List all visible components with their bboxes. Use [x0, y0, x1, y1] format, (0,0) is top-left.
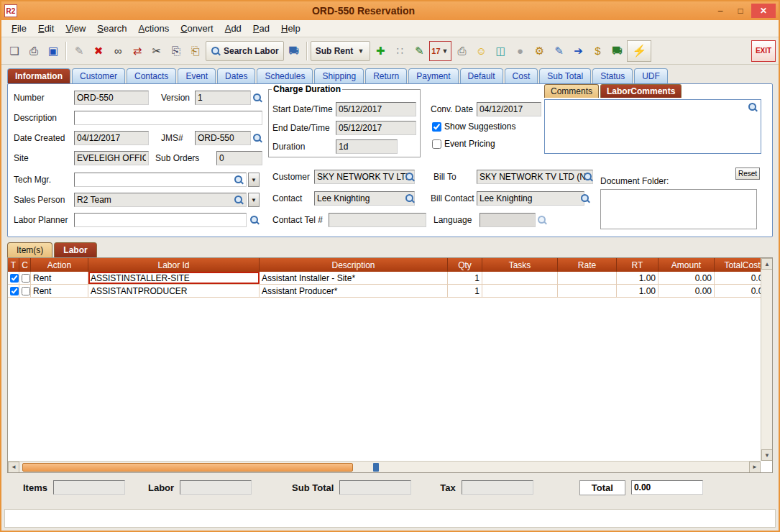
tab-comments[interactable]: Comments [544, 84, 599, 98]
vertical-scrollbar[interactable]: ▲ ▼ [761, 258, 772, 461]
handtruck-icon[interactable]: ⛟ [285, 41, 303, 61]
menu-file[interactable]: File [6, 21, 32, 36]
version-field[interactable] [195, 91, 251, 105]
grid-cell-rt[interactable]: 1.00 [617, 285, 659, 297]
sales-person-search-icon[interactable] [234, 195, 244, 205]
tab-dates[interactable]: Dates [217, 68, 255, 83]
smiley-icon[interactable]: ☺ [472, 41, 490, 61]
document-folder-box[interactable] [600, 189, 757, 229]
grid-column-totalcost[interactable]: TotalCost [715, 258, 761, 272]
tab-sub-total[interactable]: Sub Total [539, 68, 591, 83]
globe-arrow-icon[interactable]: ➔ [569, 41, 587, 61]
jms-search-icon[interactable] [252, 133, 262, 143]
reset-button[interactable]: Reset [735, 168, 760, 180]
grid-cell-c-checkbox[interactable] [19, 285, 31, 297]
tv-icon[interactable]: ◫ [491, 41, 510, 61]
grid-column-c[interactable]: C [19, 258, 31, 272]
print-icon[interactable]: ⎙ [24, 41, 43, 61]
labor-planner-search-icon[interactable] [249, 215, 260, 225]
bill-contact-search-icon[interactable] [580, 193, 590, 203]
grid-column-labor-id[interactable]: Labor Id [88, 258, 260, 272]
save-icon[interactable]: ▣ [44, 41, 63, 61]
t-checkbox[interactable] [10, 274, 19, 283]
tab-cost[interactable]: Cost [505, 68, 538, 83]
t-checkbox[interactable] [10, 287, 19, 295]
switch-icon[interactable]: ⇄ [128, 41, 147, 61]
grid-column-t[interactable]: T [8, 258, 19, 272]
grid-column-rate[interactable]: Rate [558, 258, 617, 272]
grid-cell-total_cost[interactable]: 0.00 [715, 272, 761, 284]
sales-person-field[interactable] [74, 193, 247, 207]
conv-date-field[interactable] [477, 102, 541, 116]
grid-cell-t-checkbox[interactable] [8, 272, 19, 284]
delete-icon[interactable]: ✖ [89, 41, 108, 61]
grid-cell-c-checkbox[interactable] [19, 272, 31, 284]
grid-cell-tasks[interactable] [482, 272, 558, 284]
grid-row[interactable]: RentASSISTINSTALLER-SITEAssistant Instal… [8, 272, 761, 285]
grid-column-amount[interactable]: Amount [659, 258, 715, 272]
search-labor-button[interactable]: Search Labor [206, 41, 284, 61]
tools-wand-button[interactable]: ⚡ [627, 40, 651, 62]
event-pricing-checkbox[interactable]: Event Pricing [432, 139, 495, 149]
grid-column-action[interactable]: Action [31, 258, 88, 272]
menu-edit[interactable]: Edit [32, 21, 60, 36]
scroll-up-icon[interactable]: ▲ [761, 258, 773, 270]
tab-event[interactable]: Event [178, 68, 216, 83]
tab-shipping[interactable]: Shipping [314, 68, 364, 83]
tab-default[interactable]: Default [460, 68, 503, 83]
calendar-icon[interactable]: 17▼ [429, 41, 451, 61]
c-checkbox[interactable] [22, 287, 30, 295]
scroll-down-icon[interactable]: ▼ [761, 449, 773, 461]
maximize-button[interactable]: □ [731, 4, 750, 18]
grid-cell-action[interactable]: Rent [31, 285, 88, 297]
horizontal-scrollbar[interactable]: ◄ ► [8, 461, 761, 472]
menu-view[interactable]: View [60, 21, 91, 36]
security-users-icon[interactable]: ⚙ [530, 41, 549, 61]
grid-column-rt[interactable]: RT [617, 258, 659, 272]
grid-cell-rt[interactable]: 1.00 [617, 272, 659, 284]
grid-cell-labor_id[interactable]: ASSISTANTPRODUCER [88, 285, 260, 297]
tab-udf[interactable]: UDF [634, 68, 668, 83]
start-date-field[interactable] [336, 102, 416, 116]
notes-icon[interactable]: ✎ [549, 41, 568, 61]
tab-information[interactable]: Information [7, 68, 70, 83]
tab-contacts[interactable]: Contacts [127, 68, 176, 83]
date-created-field[interactable] [74, 131, 149, 145]
jms-field[interactable] [195, 131, 251, 145]
grid-column-description[interactable]: Description [260, 258, 448, 272]
menu-pad[interactable]: Pad [247, 21, 275, 36]
sub-rent-button[interactable]: Sub Rent▼ [311, 41, 371, 61]
grid-column-tasks[interactable]: Tasks [482, 258, 558, 272]
end-date-field[interactable] [336, 121, 416, 135]
grid-cell-qty[interactable]: 1 [448, 285, 482, 297]
bill-contact-field[interactable] [477, 191, 584, 206]
shipping-truck-icon[interactable]: ⛟ [607, 41, 626, 61]
edit-note-icon[interactable]: ✎ [410, 41, 428, 61]
number-field[interactable] [74, 91, 149, 105]
exit-button[interactable]: EXIT [751, 40, 776, 62]
grid-cell-rate[interactable] [558, 272, 617, 284]
menu-convert[interactable]: Convert [175, 21, 219, 36]
grid-column-qty[interactable]: Qty [448, 258, 482, 272]
c-checkbox[interactable] [22, 274, 30, 283]
menu-actions[interactable]: Actions [133, 21, 175, 36]
tab-return[interactable]: Return [365, 68, 407, 83]
menu-add[interactable]: Add [219, 21, 247, 36]
grid-cell-description[interactable]: Assistant Installer - Site* [260, 272, 448, 284]
show-suggestions-checkbox[interactable]: Show Suggestions [432, 121, 515, 132]
tab-item-s-[interactable]: Item(s) [7, 242, 52, 257]
find-binoculars-icon[interactable]: ∞ [109, 41, 127, 61]
splitter-handle[interactable] [373, 463, 379, 472]
copy-icon[interactable]: ⎘ [167, 41, 185, 61]
grid-cell-description[interactable]: Assistant Producer* [260, 285, 448, 297]
customer-field[interactable] [314, 170, 415, 184]
scroll-right-icon[interactable]: ► [749, 462, 761, 473]
sub-orders-field[interactable] [216, 151, 262, 165]
tab-customer[interactable]: Customer [72, 68, 125, 83]
contact-search-icon[interactable] [405, 193, 415, 203]
tab-schedules[interactable]: Schedules [257, 68, 313, 83]
grid-cell-total_cost[interactable]: 0.00 [715, 285, 761, 297]
paste-icon[interactable]: ⎗ [186, 41, 205, 61]
grid-cell-labor_id[interactable]: ASSISTINSTALLER-SITE [88, 272, 260, 284]
tab-labor[interactable]: Labor [54, 242, 96, 257]
